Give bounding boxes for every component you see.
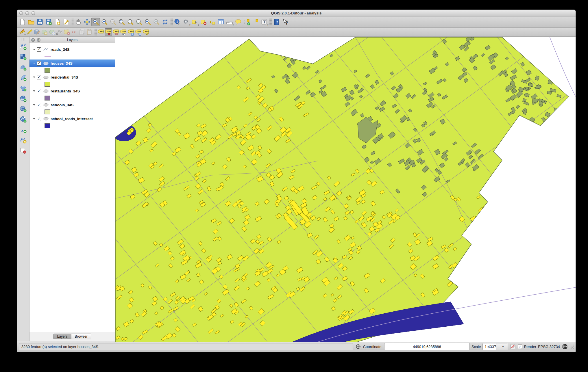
whats-this-icon[interactable]: ? (281, 18, 290, 26)
panel-tab-browser[interactable]: Browser (71, 334, 91, 339)
layer-item-roads_34S[interactable]: ✓roads_34S (29, 46, 115, 53)
layer-item-restaurants_34S[interactable]: ✓restaurants_34S (29, 87, 115, 95)
line-layer-icon (43, 47, 49, 51)
scale-combo[interactable]: 1:4337 ▼ (482, 343, 508, 350)
layer-label[interactable]: schools_34S (51, 103, 74, 107)
map-canvas[interactable] (115, 37, 576, 341)
pan-to-selection-icon[interactable] (83, 18, 91, 26)
polygon-layer-icon (43, 61, 49, 65)
select-by-expression-icon[interactable]: ε (208, 18, 217, 26)
zoom-last-icon[interactable] (143, 18, 152, 26)
highlight-pinned-labels-icon[interactable]: abc (112, 28, 120, 36)
zoom-to-layer-icon[interactable] (135, 18, 143, 26)
show-hide-labels-icon[interactable]: abc (120, 28, 127, 36)
map-tips-icon[interactable] (234, 18, 243, 26)
save-project-as-icon[interactable] (44, 18, 53, 26)
layer-symbol-swatch (45, 109, 50, 114)
show-bookmarks-icon[interactable] (251, 18, 260, 26)
add-spatialite-layer-icon[interactable] (19, 73, 28, 82)
scale-dropdown-arrow-icon[interactable]: ▼ (496, 343, 508, 350)
title-bar[interactable]: QGIS 2.0.1-Dufour - analysis (17, 10, 576, 16)
layer-visibility-checkbox[interactable]: ✓ (37, 47, 41, 52)
coordinate-input[interactable] (384, 343, 470, 350)
deselect-features-icon[interactable] (199, 18, 208, 26)
run-feature-action-icon[interactable]: ▼ (182, 18, 191, 26)
rotate-label-icon[interactable]: abc (135, 28, 142, 36)
current-edits-icon[interactable]: ▼ (18, 28, 26, 36)
render-label: Render (524, 345, 536, 349)
scale-label: Scale (471, 345, 481, 349)
layer-visibility-checkbox[interactable]: ✓ (37, 117, 41, 121)
add-delimited-text-layer-icon[interactable]: , (19, 125, 28, 134)
new-print-composer-icon[interactable] (53, 18, 62, 26)
new-bookmark-icon[interactable] (243, 18, 251, 26)
add-wms-layer-icon[interactable] (19, 94, 28, 103)
change-label-properties-icon[interactable]: abc (142, 28, 150, 36)
open-project-icon[interactable] (27, 18, 36, 26)
layer-visibility-checkbox[interactable]: ✓ (37, 103, 41, 107)
new-shapefile-layer-icon[interactable] (19, 135, 28, 145)
polygon-layer-icon (43, 103, 49, 107)
mouse-position-icon[interactable] (355, 343, 361, 350)
add-mssql-layer-icon[interactable] (19, 83, 28, 93)
new-project-icon[interactable] (18, 18, 27, 26)
layer-item-residential_34S[interactable]: ✓residential_34S (29, 73, 115, 81)
help-contents-icon[interactable]: ? (272, 18, 281, 26)
composer-manager-icon[interactable] (62, 18, 70, 26)
zoom-full-icon[interactable] (117, 18, 126, 26)
refresh-map-icon[interactable] (161, 18, 169, 26)
add-raster-layer-icon[interactable] (19, 52, 28, 62)
expander-icon[interactable] (33, 104, 35, 106)
add-wfs-layer-icon[interactable] (19, 115, 28, 124)
add-vector-layer-icon[interactable] (19, 42, 28, 51)
stop-render-icon[interactable] (510, 343, 516, 350)
layer-label[interactable]: residential_34S (51, 75, 78, 79)
zoom-out-icon[interactable] (100, 18, 109, 26)
save-project-icon[interactable] (36, 18, 44, 26)
epsg-status: EPSG:32734 (538, 345, 560, 349)
crs-status-icon[interactable] (562, 343, 568, 350)
render-checkbox[interactable]: ✓ (518, 345, 522, 349)
layer-label[interactable]: school_roads_intersect (51, 117, 93, 121)
remove-layer-icon[interactable] (19, 146, 28, 155)
layer-symbology-row (29, 122, 115, 129)
svg-text:1:1: 1:1 (111, 21, 114, 23)
pin-unpin-labels-icon[interactable]: abc (105, 28, 112, 36)
toolbar-drag-handle[interactable] (21, 38, 25, 41)
map-render (115, 37, 576, 342)
select-features-icon[interactable]: ▼ (191, 18, 199, 26)
expander-icon[interactable] (33, 63, 35, 64)
open-attribute-table-icon[interactable] (217, 18, 225, 26)
expander-icon[interactable] (33, 118, 35, 120)
expander-icon[interactable] (33, 49, 35, 50)
layer-labeling-options-icon[interactable]: abc (97, 28, 105, 36)
zoom-in-icon[interactable] (91, 18, 100, 26)
layer-label[interactable]: houses_34S (51, 61, 73, 66)
move-label-icon[interactable]: abc (127, 28, 135, 36)
layer-label[interactable]: roads_34S (51, 47, 70, 52)
panel-tab-layers[interactable]: Layers (53, 334, 71, 339)
zoom-to-selection-icon[interactable] (126, 18, 135, 26)
layer-visibility-checkbox[interactable]: ✓ (37, 75, 41, 79)
layer-item-school_roads_intersect[interactable]: ✓school_roads_intersect (29, 115, 115, 122)
layer-item-schools_34S[interactable]: ✓schools_34S (29, 101, 115, 109)
delete-selected-icon (63, 28, 71, 36)
expander-icon[interactable] (33, 90, 35, 92)
measure-line-icon[interactable]: ▼ (225, 18, 234, 26)
resize-grip[interactable] (570, 345, 574, 349)
pan-map-icon[interactable] (74, 18, 83, 26)
expander-icon[interactable] (33, 77, 35, 78)
toggle-editing-icon[interactable] (26, 28, 33, 36)
layer-symbology-row (29, 53, 115, 59)
layer-visibility-checkbox[interactable]: ✓ (37, 61, 41, 66)
status-message-box: 3230 feature(s) selected on layer houses… (19, 343, 353, 350)
layer-label[interactable]: restaurants_34S (51, 89, 80, 93)
layer-visibility-checkbox[interactable]: ✓ (37, 89, 41, 93)
add-wcs-layer-icon[interactable] (19, 104, 28, 114)
add-postgis-layer-icon[interactable] (19, 63, 28, 72)
identify-features-icon[interactable]: i (173, 18, 182, 26)
add-feature-icon (41, 28, 48, 36)
status-bar: 3230 feature(s) selected on layer houses… (17, 341, 576, 352)
layer-item-houses_34S[interactable]: ✓houses_34S (29, 59, 115, 67)
text-annotation-icon[interactable]: T▼ (260, 18, 269, 26)
